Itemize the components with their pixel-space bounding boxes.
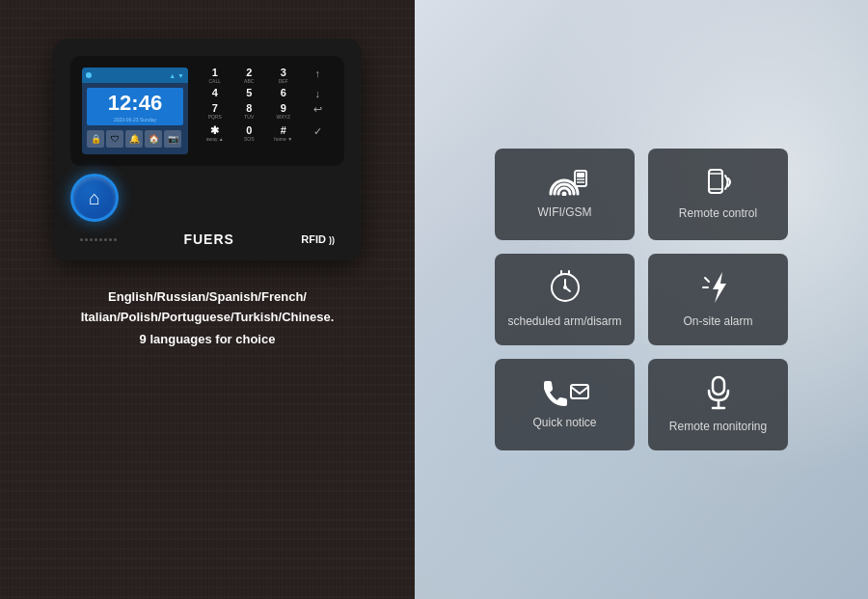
screen-date: 2023-06-23 Sunday	[108, 117, 162, 123]
key-check[interactable]: ✓	[303, 125, 334, 142]
rfid-badge: RFID ))	[301, 233, 335, 245]
quick-notice-icon	[540, 379, 590, 410]
feature-remote-control[interactable]: Remote control	[648, 149, 788, 240]
key-0[interactable]: 0 SOS	[234, 125, 265, 142]
svg-line-15	[705, 278, 709, 282]
key-2[interactable]: 2 ABC	[234, 68, 265, 84]
speaker	[80, 238, 117, 241]
key-hash[interactable]: # home ▼	[268, 125, 299, 142]
wifi-gsm-icon	[541, 169, 589, 200]
feature-on-site-alarm[interactable]: On-site alarm	[648, 254, 788, 345]
scheduled-label: scheduled arm/disarm	[507, 314, 621, 330]
lang-line2: Italian/Polish/Portuguese/Turkish/Chines…	[81, 308, 335, 328]
key-4[interactable]: 4	[200, 88, 231, 99]
language-text: English/Russian/Spanish/French/ Italian/…	[67, 287, 349, 346]
device-footer: FUERS RFID ))	[70, 222, 344, 247]
feature-quick-notice[interactable]: Quick notice	[495, 359, 635, 450]
feature-remote-monitoring[interactable]: Remote monitoring	[648, 359, 788, 450]
remote-monitoring-icon	[703, 375, 734, 414]
feature-grid: WIFI/GSM Remote control	[495, 149, 788, 450]
remote-control-icon	[699, 168, 738, 201]
screen-wifi-icon: ▲ ▼	[169, 72, 184, 79]
svg-rect-2	[577, 173, 584, 177]
remote-control-label: Remote control	[679, 206, 757, 222]
svg-rect-17	[571, 385, 588, 398]
svg-point-0	[561, 191, 566, 196]
alarm-device: ▲ ▼ 12:46 2023-06-23 Sunday 🔒 🛡 🔔 🏠	[53, 39, 362, 260]
key-back[interactable]: ↩	[303, 103, 334, 120]
screen-icon-lock: 🔒	[87, 130, 104, 148]
screen-icon-bell: 🔔	[125, 130, 143, 148]
key-3[interactable]: 3 DEF	[268, 68, 299, 84]
scheduled-icon	[548, 270, 583, 309]
home-button[interactable]: ⌂	[70, 174, 119, 222]
key-7[interactable]: 7 PQRS	[200, 103, 231, 120]
left-panel: ▲ ▼ 12:46 2023-06-23 Sunday 🔒 🛡 🔔 🏠	[0, 0, 415, 599]
feature-scheduled[interactable]: scheduled arm/disarm	[495, 254, 635, 345]
svg-marker-14	[713, 272, 726, 303]
screen-icon-cam: 📷	[164, 130, 181, 148]
device-keypad: 1 CALL 2 ABC 3 DEF ↑	[200, 68, 333, 154]
screen-icon-house: 🏠	[145, 130, 162, 148]
quick-notice-label: Quick notice	[532, 416, 596, 431]
svg-point-13	[563, 286, 567, 289]
key-star[interactable]: ✱ away ▲	[200, 125, 231, 142]
device-screen: ▲ ▼ 12:46 2023-06-23 Sunday 🔒 🛡 🔔 🏠	[82, 68, 188, 154]
lang-line3: 9 languages for choice	[81, 332, 335, 346]
lang-line1: English/Russian/Spanish/French/	[81, 287, 335, 308]
key-up[interactable]: ↑	[303, 68, 334, 84]
key-6[interactable]: 6	[268, 88, 299, 99]
remote-monitoring-label: Remote monitoring	[669, 420, 767, 435]
key-5[interactable]: 5	[234, 88, 265, 99]
wifi-gsm-label: WIFI/GSM	[538, 205, 592, 221]
key-down[interactable]: ↓	[303, 88, 334, 99]
svg-rect-18	[713, 377, 724, 395]
right-panel: WIFI/GSM Remote control	[415, 0, 868, 599]
on-site-alarm-icon	[701, 270, 736, 309]
screen-icon-shield: 🛡	[106, 130, 123, 148]
on-site-alarm-label: On-site alarm	[683, 314, 752, 330]
feature-wifi-gsm[interactable]: WIFI/GSM	[495, 149, 635, 240]
home-icon: ⌂	[89, 187, 100, 209]
brand-name: FUERS	[183, 231, 233, 247]
key-9[interactable]: 9 WXYZ	[268, 103, 299, 120]
key-1[interactable]: 1 CALL	[200, 68, 231, 84]
key-8[interactable]: 8 TUV	[234, 103, 265, 120]
screen-clock: 12:46	[108, 91, 162, 116]
